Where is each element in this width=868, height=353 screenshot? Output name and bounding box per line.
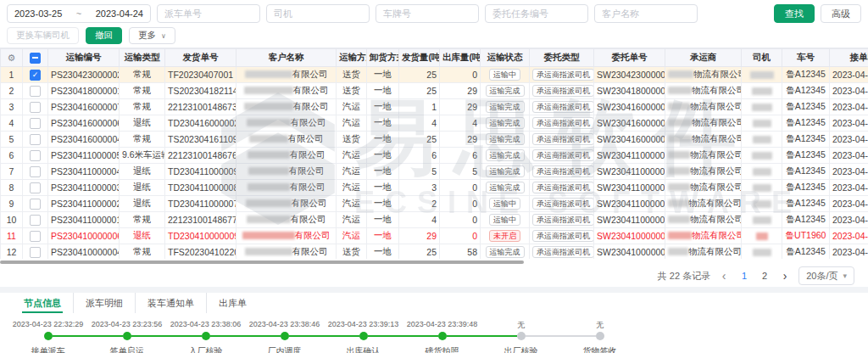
cell-status: 运输完成 — [481, 115, 530, 132]
row-checkbox[interactable] — [30, 118, 41, 129]
status-badge: 运输完成 — [486, 101, 525, 113]
table-row[interactable]: 3PS230416000007常规22123100148673有限公司汽运一地1… — [1, 99, 868, 115]
row-checkbox[interactable] — [30, 134, 41, 145]
cell-customer: 有限公司 — [236, 83, 337, 99]
next-page-icon[interactable] — [778, 269, 792, 283]
table-row[interactable]: 9PS230411000002退纸TD230411000007有限公司汽运一地2… — [1, 196, 868, 212]
status-badge: 运输中 — [489, 69, 520, 81]
row-checkbox[interactable] — [30, 102, 41, 113]
timeline-step-time: 2023-04-23 23:39:13 — [328, 320, 399, 330]
cell-carrier: 物流有限公司 — [665, 99, 742, 115]
detail-tab[interactable]: 装车通知单 — [135, 293, 206, 313]
entrust_type-badge: 承运商指派司机 — [532, 165, 594, 177]
search-button[interactable]: 查找 — [774, 4, 815, 23]
table-row[interactable]: 12PS230410000004常规TFS202304102203有限公司送货一… — [1, 244, 868, 260]
cell-accept_time: 2023-04-1 — [830, 212, 868, 228]
carrier-redacted — [668, 151, 690, 159]
page-size-select[interactable]: 20条/页 — [798, 266, 854, 285]
gear-icon[interactable] — [8, 53, 16, 63]
cell-shipping_no: TD230411000008 — [165, 180, 236, 196]
cell-entrust_no: SW230411000001 — [594, 212, 665, 228]
table-row[interactable]: 1PS230423000002常规TF20230407001有限公司送货一地25… — [1, 67, 868, 83]
detail-tab[interactable]: 出库单 — [206, 293, 259, 313]
entrust_type-badge: 承运商指派司机 — [532, 149, 594, 161]
filter-input[interactable]: 客户名称 — [594, 4, 698, 23]
customer-redacted — [246, 199, 292, 207]
cell-customer: 有限公司 — [236, 115, 337, 132]
change-vehicle-driver-button[interactable]: 更换车辆司机 — [7, 27, 79, 44]
more-button[interactable]: 更多 — [129, 27, 175, 44]
filter-bar: 2023-03-25 ~ 2023-04-24 派车单号司机车牌号委托任务编号客… — [0, 0, 868, 25]
entrust_type-badge: 承运商指派司机 — [532, 246, 594, 258]
filter-input[interactable]: 委托任务编号 — [485, 4, 588, 23]
table-row[interactable]: 8PS230411000003退纸TD230411000008有限公司汽运一地3… — [1, 180, 868, 196]
cell-shipping_no: TD230411000007 — [165, 196, 236, 212]
customer-suffix: 有限公司 — [292, 246, 328, 256]
entrust_type-badge: 承运商指派司机 — [532, 214, 594, 226]
timeline-connector — [210, 335, 246, 337]
select-all-checkbox[interactable] — [30, 53, 41, 64]
table-row[interactable]: 11PS230410000006退纸TD230410000009有限公司汽运一地… — [1, 228, 868, 244]
table-row[interactable]: 5PS230416000004常规TS202304161109有限公司送货一地2… — [1, 132, 868, 148]
cell-transport_type: 退纸 — [120, 228, 165, 244]
column-header-transport_no: 运输编号 — [48, 49, 120, 67]
timeline-step-label: 磅货拍照 — [426, 345, 459, 353]
prev-page-icon[interactable] — [717, 269, 731, 283]
cell-accept_time: 2023-04-1 — [830, 83, 868, 99]
row-checkbox[interactable] — [30, 86, 41, 97]
cell-driver — [742, 244, 782, 260]
column-header-out_qty: 出库量(吨) — [440, 49, 481, 67]
row-checkbox[interactable] — [30, 215, 41, 226]
customer-suffix: 有限公司 — [292, 69, 328, 79]
timeline-step: 2023-04-23 23:23:56签单启运 — [87, 320, 166, 353]
filter-input[interactable]: 司机 — [266, 4, 370, 23]
row-checkbox[interactable] — [30, 199, 41, 210]
horizontal-scrollbar[interactable] — [0, 260, 868, 265]
advanced-button[interactable]: 高级 — [821, 4, 861, 23]
filter-input[interactable]: 车牌号 — [376, 4, 479, 23]
cell-checked — [23, 148, 48, 164]
customer-suffix: 有限公司 — [291, 214, 326, 224]
customer-suffix: 有限公司 — [295, 230, 331, 240]
carrier-redacted — [668, 199, 688, 207]
customer-redacted — [245, 70, 292, 78]
cell-driver — [742, 83, 782, 99]
cell-shipping_no: 22123100148677 — [165, 212, 236, 228]
detail-tab[interactable]: 节点信息 — [12, 293, 73, 313]
customer-suffix: 有限公司 — [290, 149, 326, 160]
cell-accept_time: 2023-04-1 — [830, 132, 868, 148]
cell-checked — [23, 132, 48, 148]
cell-checked — [23, 244, 48, 260]
withdraw-button[interactable]: 撤回 — [86, 27, 122, 44]
table-row[interactable]: 6PS2304110000059.6米车运输22123100148676有限公司… — [1, 148, 868, 164]
detail-tab[interactable]: 派车明细 — [73, 293, 135, 313]
row-checkbox[interactable] — [30, 182, 41, 193]
cell-carrier: 物流有限公司 — [665, 180, 742, 196]
filter-input[interactable]: 派车单号 — [157, 4, 260, 23]
cell-carrier: 物流有限公司 — [665, 196, 742, 212]
table-row[interactable]: 7PS230411000004退纸TD230411000009有限公司汽运一地5… — [1, 164, 868, 180]
timeline-connector — [87, 335, 123, 337]
scrollbar-thumb[interactable] — [0, 261, 524, 264]
row-checkbox[interactable] — [30, 166, 41, 177]
cell-entrust_no: SW230418000002 — [594, 83, 665, 99]
customer-suffix: 有限公司 — [289, 165, 325, 176]
cell-ship_qty: 25 — [399, 132, 440, 148]
table-row[interactable]: 4PS230416000006退纸TD230416000002有限公司汽运一地4… — [1, 115, 868, 132]
date-range-input[interactable]: 2023-03-25 ~ 2023-04-24 — [7, 4, 151, 23]
row-checkbox[interactable] — [30, 150, 41, 161]
driver-redacted — [753, 216, 771, 224]
date-separator: ~ — [76, 8, 81, 19]
table-row[interactable]: 2PS230418000001常规TS202304182114有限公司送货一地2… — [1, 83, 868, 99]
page-number[interactable]: 2 — [758, 271, 771, 281]
cell-ship_qty: 5 — [399, 164, 440, 180]
table-row[interactable]: 10PS230411000001常规22123100148677有限公司汽运一地… — [1, 212, 868, 228]
row-checkbox[interactable] — [30, 70, 41, 81]
row-checkbox[interactable] — [30, 231, 41, 242]
cell-plate: 鲁A12345 — [782, 212, 830, 228]
row-checkbox[interactable] — [30, 247, 41, 258]
column-header-plate: 车号 — [782, 49, 830, 67]
page-number[interactable]: 1 — [737, 271, 751, 281]
cell-transport_no: PS230410000004 — [48, 244, 120, 260]
timeline-dot — [123, 332, 131, 340]
